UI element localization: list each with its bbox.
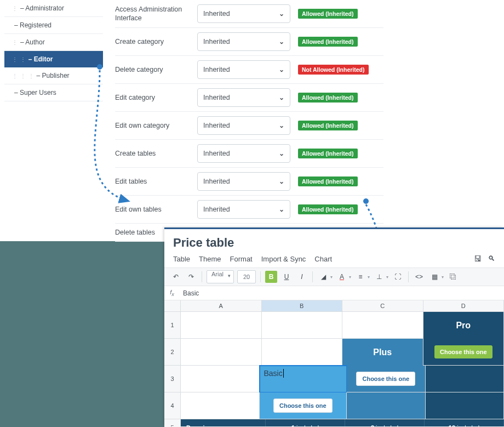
cell[interactable]	[181, 339, 262, 366]
sidebar-item-registered[interactable]: – Registered	[4, 17, 103, 34]
permission-status-badge: Allowed (Inherited)	[298, 149, 358, 158]
redo-icon[interactable]: ↷	[185, 271, 197, 283]
row-header[interactable]: 5	[164, 419, 181, 426]
italic-button[interactable]: I	[296, 271, 308, 283]
spreadsheet-grid: A B C D 1 Pro 2 Plus Choose this one 3 B…	[164, 300, 504, 426]
formula-value[interactable]: Basic	[180, 289, 504, 297]
menu-bar: Table Theme Format Import & Sync Chart 🖫…	[164, 252, 504, 267]
cell[interactable]	[342, 312, 423, 339]
permission-select[interactable]: Inherited⌄	[197, 88, 290, 107]
fill-color-button[interactable]: ◢	[317, 271, 329, 283]
permission-select[interactable]: Inherited⌄	[197, 4, 290, 23]
sidebar-item-author[interactable]: ⋮– Author	[4, 34, 103, 51]
cell[interactable]	[181, 392, 260, 419]
permission-select[interactable]: Inherited⌄	[197, 172, 290, 191]
search-icon[interactable]: 🔍︎	[488, 254, 495, 263]
borders-button[interactable]: ▦	[428, 271, 440, 283]
menu-chart[interactable]: Chart	[314, 255, 332, 263]
text-color-button[interactable]: A	[336, 271, 348, 283]
cell[interactable]	[347, 392, 426, 419]
cell[interactable]	[262, 312, 343, 339]
expand-button[interactable]: ⛶	[392, 271, 404, 283]
permission-select[interactable]: Inherited⌄	[197, 60, 290, 79]
cell-basic-cta[interactable]: Choose this one	[260, 392, 347, 419]
row-header[interactable]: 1	[164, 312, 181, 339]
choose-button-basic[interactable]: Choose this one	[273, 398, 333, 413]
chevron-down-icon: ⌄	[279, 5, 284, 22]
cell-plus-cta[interactable]: Choose this one	[347, 366, 426, 392]
permission-row: Edit own categoryInherited⌄Allowed (Inhe…	[115, 112, 383, 140]
cell-pro-title[interactable]: Pro	[423, 312, 505, 339]
col-header-b[interactable]: B	[262, 300, 343, 311]
permission-status-badge: Allowed (Inherited)	[298, 37, 358, 47]
code-button[interactable]: <>	[413, 271, 425, 283]
menu-import-sync[interactable]: Import & Sync	[261, 255, 306, 263]
menu-format[interactable]: Format	[230, 255, 253, 263]
sidebar-item-administrator[interactable]: ⋮– Administrator	[4, 0, 103, 17]
chevron-down-icon: ⌄	[279, 145, 284, 162]
align-button[interactable]: ≡	[354, 271, 366, 283]
sidebar-item-label: – Publisher	[37, 72, 70, 79]
row-header[interactable]: 2	[164, 339, 181, 366]
col-header-d[interactable]: D	[423, 300, 505, 311]
cell-domain-plus[interactable]: 2 included	[345, 419, 425, 426]
row-header[interactable]: 3	[164, 366, 181, 392]
menu-theme[interactable]: Theme	[199, 255, 221, 263]
permission-select[interactable]: Inherited⌄	[197, 144, 290, 163]
permission-select[interactable]: Inherited⌄	[197, 32, 290, 51]
permission-row: Edit categoryInherited⌄Allowed (Inherite…	[115, 84, 383, 112]
row-header[interactable]: 4	[164, 392, 181, 419]
cell-plus-title[interactable]: Plus	[342, 339, 423, 366]
undo-icon[interactable]: ↶	[170, 271, 182, 283]
permission-row: Edit own tablesInherited⌄Allowed (Inheri…	[115, 196, 383, 224]
select-all-corner[interactable]	[164, 300, 181, 311]
cell-pro-cta[interactable]: Choose this one	[423, 339, 505, 366]
cell[interactable]	[426, 366, 505, 392]
permission-status-badge: Not Allowed (Inherited)	[298, 65, 369, 75]
merge-button[interactable]: ⿻	[447, 271, 459, 283]
sidebar-item-label: – Administrator	[20, 4, 64, 12]
drag-handle-icon: ⋮	[12, 5, 18, 12]
sidebar-item-editor[interactable]: ⋮ ⋮– Editor	[4, 51, 103, 67]
sidebar-item-publisher[interactable]: ⋮ ⋮ ⋮– Publisher	[4, 67, 103, 84]
col-header-a[interactable]: A	[181, 300, 262, 311]
cell[interactable]	[262, 339, 343, 366]
permission-label: Edit own tables	[115, 205, 197, 214]
permission-label: Create category	[115, 37, 197, 46]
spreadsheet-window: Price table Table Theme Format Import & …	[164, 227, 504, 426]
cell[interactable]	[181, 312, 262, 339]
choose-button-plus[interactable]: Choose this one	[356, 372, 415, 386]
permission-label: Edit own category	[115, 121, 197, 130]
valign-button[interactable]: ⊥	[373, 271, 385, 283]
permission-label: Access Administration Interface	[115, 5, 197, 23]
col-header-c[interactable]: C	[342, 300, 423, 311]
cell-domain-basic[interactable]: 1 included	[266, 419, 345, 426]
cell[interactable]	[426, 392, 505, 419]
menu-table[interactable]: Table	[173, 255, 190, 263]
permission-label: Edit tables	[115, 177, 197, 186]
font-family-select[interactable]: Arial	[207, 270, 234, 283]
sidebar-item-superusers[interactable]: – Super Users	[4, 84, 103, 101]
cell-basic-title[interactable]: Basic	[260, 366, 347, 392]
permission-row: Edit tablesInherited⌄Allowed (Inherited)	[115, 168, 383, 196]
formula-bar[interactable]: fx Basic	[164, 286, 504, 300]
drag-handle-icon: ⋮ ⋮	[12, 56, 26, 62]
permission-status-badge: Allowed (Inherited)	[298, 177, 358, 186]
permission-status-badge: Allowed (Inherited)	[298, 9, 358, 19]
permission-select[interactable]: Inherited⌄	[197, 200, 290, 219]
permissions-panel: ⋮– Administrator – Registered ⋮– Author …	[0, 0, 389, 230]
font-size-input[interactable]: 20	[237, 270, 256, 283]
permission-status-badge: Allowed (Inherited)	[298, 93, 358, 103]
drag-handle-icon: ⋮	[12, 39, 18, 45]
toolbar: ↶ ↷ Arial 20 B U I ◢▾ A▾ ≡▾ ⊥▾ ⛶ <> ▦▾ ⿻	[164, 267, 504, 286]
permission-label: Create tables	[115, 149, 197, 158]
permission-select[interactable]: Inherited⌄	[197, 116, 290, 135]
cell-domain-pro[interactable]: 10 included	[425, 419, 504, 426]
usergroup-sidebar: ⋮– Administrator – Registered ⋮– Author …	[4, 0, 103, 101]
cell-domain-label[interactable]: Domain	[181, 419, 266, 426]
choose-button-pro[interactable]: Choose this one	[434, 345, 492, 358]
save-icon[interactable]: 🖫	[474, 254, 482, 263]
cell[interactable]	[181, 366, 260, 392]
bold-button[interactable]: B	[265, 271, 277, 283]
underline-button[interactable]: U	[280, 271, 293, 283]
